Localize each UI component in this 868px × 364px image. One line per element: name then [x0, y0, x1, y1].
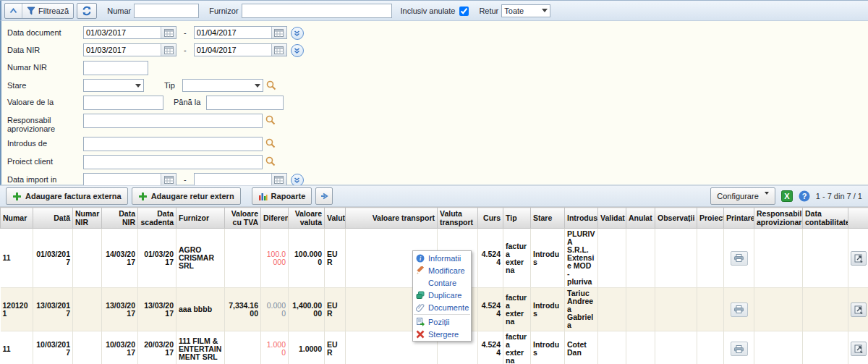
search-icon[interactable]	[265, 115, 276, 125]
column-header-curs[interactable]: Curs	[478, 208, 503, 229]
quick-range-icon[interactable]	[291, 27, 304, 40]
collapse-panel-button[interactable]	[5, 4, 22, 18]
data-document-to-input[interactable]	[195, 27, 271, 38]
cell-valoare_valuta: 1,400.0000	[289, 288, 325, 331]
cell-responsabil	[754, 331, 803, 364]
range-separator: -	[184, 175, 187, 184]
column-header-printare[interactable]: Printare	[724, 208, 754, 229]
cell-value: 10/03/2017	[36, 340, 70, 357]
column-header-data_nir[interactable]: Data NIR	[102, 208, 138, 229]
cell-value: factura externa	[506, 242, 527, 274]
column-header-tip[interactable]: Tip	[503, 208, 531, 229]
data-import-to-field	[194, 173, 287, 186]
cell-validat	[598, 331, 626, 364]
menu-item-modificare[interactable]: Modificare	[414, 264, 470, 276]
column-header-numar_nir[interactable]: Numar NIR	[73, 208, 102, 229]
data-import-to-input[interactable]	[195, 174, 271, 185]
cell-valoare_valuta: 1.0000	[289, 331, 325, 364]
calendar-icon[interactable]	[271, 44, 286, 56]
excel-export-icon[interactable]: X	[781, 190, 793, 202]
column-header-validat[interactable]: Validat	[598, 208, 626, 229]
cell-value: 4.5244	[482, 250, 501, 266]
print-button[interactable]	[731, 251, 748, 266]
calendar-icon[interactable]	[161, 27, 176, 38]
reports-button[interactable]: Rapoarte	[252, 187, 312, 205]
column-header-diferenta[interactable]: Diferenta	[261, 208, 289, 229]
column-header-furnizor[interactable]: Furnizor	[176, 208, 225, 229]
column-header-valoare_tva[interactable]: Valoare cu TVA	[225, 208, 261, 229]
proiect-client-input[interactable]	[83, 155, 263, 169]
cell-numar: 11	[1, 229, 33, 288]
search-icon[interactable]	[265, 156, 276, 166]
tip-select[interactable]	[182, 79, 263, 92]
column-header-data[interactable]: Dată	[33, 208, 73, 229]
cell-value: 11	[3, 344, 11, 353]
furnizor-input[interactable]	[242, 4, 392, 18]
column-header-proiect[interactable]: Proiect	[697, 208, 724, 229]
delete-icon	[415, 330, 425, 339]
cell-valuta: EUR	[325, 229, 346, 288]
column-header-actions[interactable]	[848, 208, 868, 229]
cell-value: 1201201	[3, 301, 28, 318]
column-header-anulat[interactable]: Anulat	[626, 208, 655, 229]
action-toolbar: Adaugare factura externa Adaugare retur …	[0, 185, 868, 207]
print-button[interactable]	[731, 342, 748, 356]
cell-responsabil	[754, 229, 803, 288]
column-header-valuta_transport[interactable]: Valuta transport	[438, 208, 478, 229]
add-return-button[interactable]: Adaugare retur extern	[132, 187, 241, 205]
column-header-introdus[interactable]: Introdus	[565, 208, 598, 229]
inclusiv-anulate-checkbox[interactable]	[459, 7, 469, 16]
column-header-data_scadenta[interactable]: Data scadenta	[138, 208, 176, 229]
row-detail-button[interactable]	[851, 302, 867, 317]
menu-item-duplicare[interactable]: Duplicare	[414, 289, 470, 301]
column-header-data_contabilitate[interactable]: Data contabilitate	[803, 208, 848, 229]
menu-item-contare[interactable]: Contare	[414, 276, 470, 289]
help-icon[interactable]: ?	[799, 190, 810, 202]
menu-item-documente[interactable]: Documente	[414, 301, 470, 313]
calendar-icon[interactable]	[161, 44, 176, 56]
responsabil-input[interactable]	[83, 114, 263, 128]
filter-panel: Data document - Data NIR -	[0, 21, 868, 185]
column-header-observatii[interactable]: Observații	[655, 208, 697, 229]
data-nir-label: Data NIR	[7, 43, 83, 54]
valoare-from-input[interactable]	[83, 96, 163, 110]
filtreaza-button[interactable]: Filtrează	[22, 4, 73, 18]
more-reports-button[interactable]	[315, 187, 333, 205]
cell-value: aaa bbbb	[179, 305, 212, 313]
column-header-stare[interactable]: Stare	[531, 208, 565, 229]
refresh-button[interactable]	[77, 3, 97, 19]
calendar-icon[interactable]	[161, 174, 176, 185]
search-icon[interactable]	[266, 80, 276, 90]
menu-item-pozi-ii[interactable]: Poziții	[414, 316, 470, 328]
column-header-responsabil[interactable]: Responsabil aprovizionare	[754, 208, 803, 229]
cell-value: Cotet Dan	[567, 340, 587, 357]
column-header-valuta[interactable]: Valută	[325, 208, 346, 229]
calendar-icon[interactable]	[271, 27, 286, 38]
column-header-valoare_valuta[interactable]: Valoare valuta	[289, 208, 325, 229]
data-nir-from-input[interactable]	[84, 44, 161, 56]
data-document-from-input[interactable]	[84, 27, 161, 38]
cell-diferenta: 1.0000	[261, 331, 289, 364]
menu-item-informatii[interactable]: iInformatii	[414, 252, 470, 264]
data-nir-to-input[interactable]	[195, 44, 271, 56]
menu-item-stergere[interactable]: Stergere	[414, 328, 470, 340]
data-import-from-input[interactable]	[84, 174, 161, 185]
numar-input[interactable]	[134, 4, 199, 18]
numar-nir-input[interactable]	[83, 61, 148, 75]
stare-select[interactable]	[83, 79, 144, 92]
column-header-numar[interactable]: Numar	[1, 208, 33, 229]
cell-value: 100.0000	[294, 250, 322, 266]
print-button[interactable]	[731, 302, 748, 317]
add-invoice-button[interactable]: Adaugare factura externa	[6, 187, 128, 205]
range-separator: -	[184, 46, 187, 54]
row-detail-button[interactable]	[851, 251, 867, 266]
calendar-icon[interactable]	[271, 174, 286, 185]
valoare-to-input[interactable]	[206, 96, 284, 110]
column-header-valoare_transport[interactable]: Valoare transport	[346, 208, 438, 229]
row-detail-button[interactable]	[851, 342, 867, 356]
introdus-de-input[interactable]	[83, 137, 263, 151]
quick-range-icon[interactable]	[291, 44, 304, 57]
search-icon[interactable]	[265, 138, 276, 148]
configure-button[interactable]: Configurare	[710, 187, 775, 205]
retur-select[interactable]: Toate	[501, 4, 550, 17]
